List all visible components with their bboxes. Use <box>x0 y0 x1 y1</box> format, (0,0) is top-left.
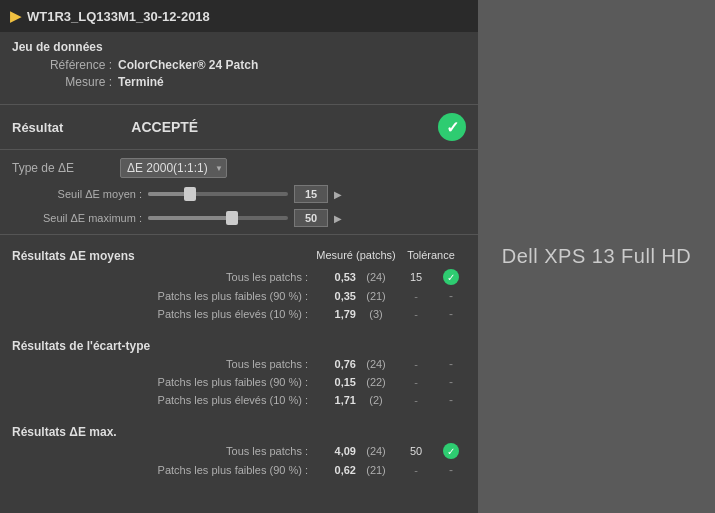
max-slider-thumb[interactable] <box>226 211 238 225</box>
std-row-0-count: (24) <box>356 358 396 370</box>
std-row-1: Patchs les plus faibles (90 %) : 0,15 (2… <box>12 373 466 391</box>
measure-label: Mesure : <box>22 75 112 89</box>
max-row-0-tol: 50 <box>396 445 436 457</box>
mean-row-0-check: ✓ <box>436 269 466 285</box>
mean-slider-value: 15 <box>294 185 328 203</box>
mean-slider-track[interactable] <box>148 192 288 196</box>
mean-row-0-label: Tous les patchs : <box>12 271 316 283</box>
result-label: Résultat <box>12 120 63 135</box>
std-row-1-count: (22) <box>356 376 396 388</box>
max-slider-value: 50 <box>294 209 328 227</box>
title-text: WT1R3_LQ133M1_30-12-2018 <box>27 9 210 24</box>
max-row-1-value: 0,62 <box>316 464 356 476</box>
reference-row: Référence : ColorChecker® 24 Patch <box>12 58 466 72</box>
std-row-1-check: - <box>436 375 466 389</box>
std-row-2-count: (2) <box>356 394 396 406</box>
right-panel: Dell XPS 13 Full HD <box>478 0 715 513</box>
max-row-0-label: Tous les patchs : <box>12 445 316 457</box>
mean-row-1-label: Patchs les plus faibles (90 %) : <box>12 290 316 302</box>
max-results-title: Résultats ΔE max. <box>12 421 466 441</box>
max-results-section: Résultats ΔE max. Tous les patchs : 4,09… <box>0 415 478 485</box>
mean-slider-arrow[interactable]: ▶ <box>334 189 342 200</box>
std-results-section: Résultats de l'écart-type Tous les patch… <box>0 329 478 415</box>
max-row-1-check: - <box>436 463 466 477</box>
mean-row-2-value: 1,79 <box>316 308 356 320</box>
reference-value: ColorChecker® 24 Patch <box>118 58 258 72</box>
mean-row-0-value: 0,53 <box>316 271 356 283</box>
divider-2 <box>0 149 478 150</box>
result-value: ACCEPTÉ <box>131 119 198 135</box>
wt-icon: ▶ <box>10 8 21 24</box>
mean-row-1-tol: - <box>396 290 436 302</box>
data-section-title: Jeu de données <box>12 40 466 54</box>
mean-slider-thumb[interactable] <box>184 187 196 201</box>
delta-e-dropdown-wrapper[interactable]: ΔE 2000(1:1:1) ΔE 2000(2:1:1) ΔE 1994 ΔE… <box>120 158 227 178</box>
std-row-2-value: 1,71 <box>316 394 356 406</box>
left-panel: ▶ WT1R3_LQ133M1_30-12-2018 Jeu de donnée… <box>0 0 478 513</box>
mean-row-2-label: Patchs les plus élevés (10 %) : <box>12 308 316 320</box>
data-section: Jeu de données Référence : ColorChecker®… <box>0 32 478 100</box>
mean-row-1-value: 0,35 <box>316 290 356 302</box>
delta-e-label: Type de ΔE <box>12 161 112 175</box>
reference-label: Référence : <box>22 58 112 72</box>
title-bar: ▶ WT1R3_LQ133M1_30-12-2018 <box>0 0 478 32</box>
mean-row-0-count: (24) <box>356 271 396 283</box>
mean-results-section: Résultats ΔE moyens Mesuré (patchs) Tolé… <box>0 239 478 329</box>
max-row-1-label: Patchs les plus faibles (90 %) : <box>12 464 316 476</box>
mean-row-0-tol: 15 <box>396 271 436 283</box>
measure-value: Terminé <box>118 75 164 89</box>
mean-row-2-count: (3) <box>356 308 396 320</box>
std-row-2: Patchs les plus élevés (10 %) : 1,71 (2)… <box>12 391 466 409</box>
std-row-0-check: - <box>436 357 466 371</box>
max-row-1-count: (21) <box>356 464 396 476</box>
measure-row: Mesure : Terminé <box>12 75 466 89</box>
max-slider-fill <box>148 216 232 220</box>
divider-1 <box>0 104 478 105</box>
max-row-1: Patchs les plus faibles (90 %) : 0,62 (2… <box>12 461 466 479</box>
std-row-2-check: - <box>436 393 466 407</box>
delta-e-dropdown[interactable]: ΔE 2000(1:1:1) ΔE 2000(2:1:1) ΔE 1994 ΔE… <box>120 158 227 178</box>
max-row-0-value: 4,09 <box>316 445 356 457</box>
std-results-title: Résultats de l'écart-type <box>12 335 466 355</box>
std-row-1-value: 0,15 <box>316 376 356 388</box>
mean-row-2: Patchs les plus élevés (10 %) : 1,79 (3)… <box>12 305 466 323</box>
max-row-0-count: (24) <box>356 445 396 457</box>
max-slider-row: Seuil ΔE maximum : 50 ▶ <box>0 206 478 230</box>
std-row-2-label: Patchs les plus élevés (10 %) : <box>12 394 316 406</box>
std-row-0-value: 0,76 <box>316 358 356 370</box>
mean-row-1-check: - <box>436 289 466 303</box>
max-slider-arrow[interactable]: ▶ <box>334 213 342 224</box>
mean-results-header: Résultats ΔE moyens Mesuré (patchs) Tolé… <box>12 245 466 267</box>
max-row-0: Tous les patchs : 4,09 (24) 50 ✓ <box>12 441 466 461</box>
std-row-2-tol: - <box>396 394 436 406</box>
mean-col2: Tolérance <box>396 249 466 263</box>
mean-slider-row: Seuil ΔE moyen : 15 ▶ <box>0 182 478 206</box>
max-slider-track[interactable] <box>148 216 288 220</box>
std-row-0-tol: - <box>396 358 436 370</box>
mean-slider-label: Seuil ΔE moyen : <box>12 188 142 200</box>
max-slider-label: Seuil ΔE maximum : <box>12 212 142 224</box>
std-row-0-label: Tous les patchs : <box>12 358 316 370</box>
divider-3 <box>0 234 478 235</box>
mean-row-2-tol: - <box>396 308 436 320</box>
mean-row-2-check: - <box>436 307 466 321</box>
mean-check-icon-0: ✓ <box>443 269 459 285</box>
mean-row-0: Tous les patchs : 0,53 (24) 15 ✓ <box>12 267 466 287</box>
result-row: Résultat ACCEPTÉ ✓ <box>0 109 478 145</box>
max-row-0-check: ✓ <box>436 443 466 459</box>
result-check-icon: ✓ <box>438 113 466 141</box>
right-panel-text: Dell XPS 13 Full HD <box>502 245 692 268</box>
std-row-1-tol: - <box>396 376 436 388</box>
mean-row-1: Patchs les plus faibles (90 %) : 0,35 (2… <box>12 287 466 305</box>
max-row-1-tol: - <box>396 464 436 476</box>
max-check-icon-0: ✓ <box>443 443 459 459</box>
std-row-1-label: Patchs les plus faibles (90 %) : <box>12 376 316 388</box>
mean-results-title: Résultats ΔE moyens <box>12 249 316 263</box>
mean-col1: Mesuré (patchs) <box>316 249 396 263</box>
delta-e-row: Type de ΔE ΔE 2000(1:1:1) ΔE 2000(2:1:1)… <box>0 154 478 182</box>
std-row-0: Tous les patchs : 0,76 (24) - - <box>12 355 466 373</box>
mean-row-1-count: (21) <box>356 290 396 302</box>
